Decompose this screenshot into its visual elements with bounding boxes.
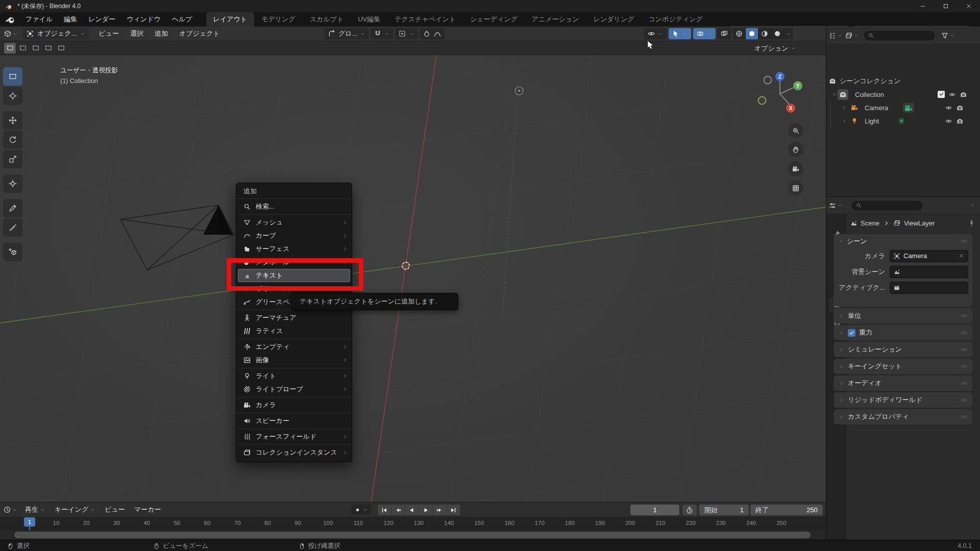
shading-dropdown[interactable] [784, 28, 793, 39]
close-button[interactable] [957, 0, 980, 12]
properties-panel-header[interactable]: キーイングセット [834, 359, 972, 374]
add-menu-item[interactable]: ラティス [236, 324, 352, 338]
disable-render-toggle[interactable] [956, 104, 964, 112]
jump-to-start-button[interactable] [378, 505, 391, 515]
select-mode-invert[interactable] [42, 43, 54, 54]
outliner-row[interactable]: Collection [826, 88, 980, 101]
frame-start-field[interactable]: 開始 1 [699, 505, 749, 515]
timeline-scrollbar[interactable] [0, 530, 826, 540]
add-menu-item[interactable]: ライトプローブ [236, 383, 352, 396]
tool-move[interactable] [3, 111, 22, 130]
snap-toggle[interactable] [371, 28, 393, 39]
properties-panel-header[interactable]: 単位 [834, 308, 972, 323]
properties-search-input[interactable] [851, 200, 923, 211]
add-menu-item[interactable]: メッシュ [236, 216, 352, 229]
viewport-menu-item[interactable]: オブジェクト [174, 27, 226, 41]
workspace-tab[interactable]: テクスチャペイント [387, 12, 463, 27]
outliner-row[interactable]: シーンコレクション [826, 74, 980, 88]
shading-wireframe-button[interactable] [733, 28, 746, 39]
property-field[interactable] [890, 282, 968, 294]
tool-select-box[interactable] [3, 67, 22, 86]
maximize-button[interactable] [934, 0, 957, 12]
outliner-row[interactable]: Light [826, 114, 980, 128]
expander-icon[interactable] [831, 91, 838, 97]
xray-toggle[interactable] [718, 28, 731, 39]
select-mode-subtract[interactable] [30, 43, 41, 54]
axis-y-ball[interactable]: Y [793, 81, 802, 90]
properties-panel-header[interactable]: リジッドボディワールド [834, 392, 972, 408]
timeline-menu-item[interactable]: マーカー [130, 505, 166, 514]
timeline-menu-item[interactable]: 再生 [20, 505, 50, 514]
topbar-menu-item[interactable]: レンダー [83, 12, 121, 27]
mode-dropdown[interactable]: オブジェク... [22, 28, 89, 39]
breadcrumb-scene[interactable]: Scene [861, 219, 879, 227]
viewport-menu-item[interactable]: ビュー [93, 27, 125, 41]
topbar-menu-item[interactable]: ヘルプ [166, 12, 198, 27]
properties-panel-header[interactable]: 重力 [834, 325, 972, 340]
tool-rotate[interactable] [3, 131, 22, 149]
axis-z-ball[interactable]: Z [775, 72, 785, 81]
add-menu-item[interactable]: フォースフィールド [236, 430, 352, 443]
add-menu-item[interactable]: エンプティ [236, 340, 352, 354]
add-menu-item[interactable]: コレクションインスタンス [236, 446, 352, 459]
select-mode-extend[interactable] [17, 43, 29, 54]
current-frame-field[interactable]: 1 [630, 505, 679, 515]
outliner-item-label[interactable]: Light [865, 117, 879, 125]
viewport-3d[interactable] [0, 55, 826, 502]
tool-options-dropdown[interactable]: オプション [754, 43, 796, 54]
frame-ruler[interactable]: 1020304050607080901001101201301401501601… [0, 517, 826, 530]
auto-keying-button[interactable] [351, 505, 371, 515]
tool-measure[interactable] [3, 218, 22, 237]
pan-view-button[interactable] [788, 142, 803, 157]
visibility-dropdown[interactable] [644, 28, 667, 39]
exclude-checkbox[interactable] [938, 91, 945, 98]
transform-orientation-dropdown[interactable]: グロ... [325, 28, 369, 39]
hide-eye-toggle[interactable] [945, 104, 952, 112]
outliner-item-label[interactable]: Camera [865, 104, 888, 112]
select-mode-intersect[interactable] [55, 43, 67, 54]
axis-negative-y-ball[interactable] [758, 97, 766, 105]
tool-transform[interactable] [3, 174, 22, 193]
add-menu-item[interactable]: サーフェス [236, 242, 352, 256]
light-object[interactable] [502, 87, 523, 322]
minimize-button[interactable] [911, 0, 934, 12]
proportional-editing-cluster[interactable] [420, 28, 445, 39]
add-menu-item[interactable]: カーブ [236, 229, 352, 242]
tool-scale[interactable] [3, 150, 22, 168]
jump-to-end-button[interactable] [447, 505, 460, 515]
workspace-tab[interactable]: モデリング [254, 12, 303, 27]
add-menu-item[interactable]: スピーカー [236, 414, 352, 428]
add-menu-item[interactable]: 検索... [236, 200, 352, 213]
zoom-view-button[interactable] [788, 123, 803, 138]
properties-panel-header[interactable]: オーディオ [834, 375, 972, 391]
gravity-checkbox[interactable] [848, 329, 855, 337]
property-field[interactable] [890, 266, 968, 278]
workspace-tab[interactable]: スカルプト [303, 12, 351, 27]
orthographic-view-button[interactable] [788, 181, 803, 196]
previous-keyframe-button[interactable] [391, 505, 405, 515]
navigation-gizmo[interactable]: Z Y X [749, 62, 811, 123]
hide-eye-toggle[interactable] [948, 91, 956, 98]
pin-icon[interactable] [968, 219, 975, 227]
add-menu-item[interactable]: 画像 [236, 354, 352, 367]
overlays-toggle[interactable] [693, 28, 716, 39]
outliner-editor-type-button[interactable] [828, 32, 843, 40]
properties-options-button[interactable] [970, 203, 975, 208]
playhead[interactable]: 1 [24, 517, 35, 527]
expander-icon[interactable] [841, 105, 847, 111]
timeline-menu-item[interactable]: キーイング [50, 505, 100, 514]
scene-panel-header[interactable]: シーン [834, 234, 972, 248]
camera-object[interactable] [120, 205, 234, 270]
axis-negative-ball[interactable] [764, 77, 772, 84]
property-field[interactable]: Camera [890, 250, 968, 262]
disable-render-toggle[interactable] [960, 91, 967, 98]
timeline-menu-item[interactable]: ビュー [100, 505, 130, 514]
workspace-tab[interactable]: コンポジティング [641, 12, 709, 27]
camera-view-button[interactable] [788, 161, 803, 177]
topbar-menu-item[interactable]: ファイル [20, 12, 58, 27]
breadcrumb-view-layer[interactable]: ViewLayer [904, 219, 935, 227]
viewport-menu-item[interactable]: 選択 [125, 27, 149, 41]
topbar-menu-item[interactable]: ウィンドウ [121, 12, 166, 27]
outliner-search-input[interactable] [863, 30, 936, 41]
tool-annotate[interactable] [3, 199, 22, 217]
